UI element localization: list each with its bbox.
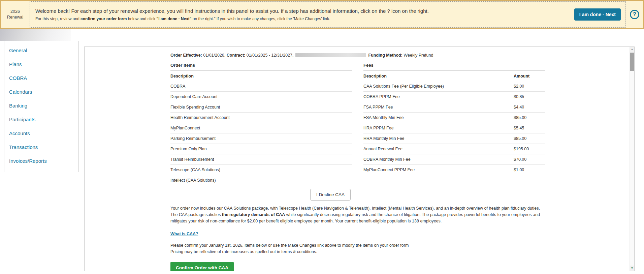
sidebar-item[interactable]: Plans xyxy=(4,57,78,71)
fee-amount: $1.00 xyxy=(514,168,545,173)
table-row: Annual Renewal Fee $195.00 xyxy=(363,144,545,154)
confirm-order-with-caa-button[interactable]: Confirm Order with CAA xyxy=(170,262,234,271)
decline-caa-button[interactable]: I Decline CAA xyxy=(310,189,351,201)
fee-description: CAA Solutions Fee (Per Eligible Employee… xyxy=(363,84,514,89)
table-row: HRA Monthly Min Fee $85.00 xyxy=(363,133,545,144)
table-row: CAA Solutions Fee (Per Eligible Employee… xyxy=(363,81,545,92)
line2-bold-confirm: confirm your order form xyxy=(80,17,127,21)
order-effective-value: 01/01/2026, xyxy=(203,53,225,58)
fee-description: Annual Renewal Fee xyxy=(363,147,514,152)
order-items-header-row: Description xyxy=(170,71,352,81)
fee-amount: $85.00 xyxy=(514,115,545,120)
fees-description-header: Description xyxy=(363,74,514,79)
order-item-description: Health Reimbursement Account xyxy=(170,115,352,120)
fee-amount: $4.40 xyxy=(514,105,545,110)
renewal-year: 2026 xyxy=(10,9,20,14)
table-row: Dependent Care Account xyxy=(170,92,352,102)
order-items-title: Order Items xyxy=(170,63,352,71)
table-row: HRA PPPM Fee $5.45 xyxy=(363,123,545,133)
order-panel: Order Effective: 01/01/2026, Contract: 0… xyxy=(84,47,635,271)
fee-description: FSA PPPM Fee xyxy=(363,105,514,110)
scrollbar-up-icon[interactable]: ▲ xyxy=(630,47,634,52)
fees-title: Fees xyxy=(363,63,545,71)
banner-instruction-line2: For this step, review and confirm your o… xyxy=(35,17,569,21)
line2-bold-next: "I am done - Next" xyxy=(156,17,191,21)
contract-value: 01/01/2025 - 12/31/2027, xyxy=(247,53,294,58)
fee-amount: $5.45 xyxy=(514,126,545,131)
caa-package-paragraph: Your order now includes our CAA Solution… xyxy=(170,205,541,224)
fees-header-row: Description Amount xyxy=(363,71,545,81)
order-item-description: COBRA xyxy=(170,84,352,89)
table-row: FSA PPPM Fee $4.40 xyxy=(363,102,545,113)
order-item-description: Premium Only Plan xyxy=(170,147,352,152)
fee-amount: $0.85 xyxy=(514,94,545,99)
table-row: Parking Reimbursement xyxy=(170,133,352,144)
fee-amount: $85.00 xyxy=(514,136,545,141)
sidebar-header-gradient xyxy=(0,29,71,41)
table-row: Flexible Spending Account xyxy=(170,102,352,113)
confirm-instructions: Please confirm your January 1st, 2026, i… xyxy=(170,242,614,255)
table-row: COBRA xyxy=(170,81,352,92)
fee-description: FSA Monthly Min Fee xyxy=(363,115,514,120)
order-item-description: Intellect (CAA Solutions) xyxy=(170,178,352,183)
sidebar-item[interactable]: Transactions xyxy=(4,140,78,154)
sidebar-item[interactable]: COBRA xyxy=(4,71,78,85)
table-row: Intellect (CAA Solutions) xyxy=(170,175,352,185)
order-columns: Order Items Description COBRA Dependent … xyxy=(170,63,614,185)
scrollbar-down-icon[interactable]: ▼ xyxy=(630,266,634,271)
scrollbar-thumb[interactable] xyxy=(630,53,634,71)
sidebar-item[interactable]: Invoices/Reports xyxy=(4,154,78,168)
sidebar-item[interactable]: Participants xyxy=(4,113,78,126)
contract-label: Contract: xyxy=(227,53,246,58)
line2-text: on the right." If you wish to make any c… xyxy=(192,17,330,21)
fees-amount-header: Amount xyxy=(514,74,545,79)
table-row: Telescope (CAA Solutions) xyxy=(170,165,352,175)
renewal-step-label: 2026 Renewal xyxy=(1,1,30,28)
table-row: COBRA PPPM Fee $0.85 xyxy=(363,92,545,102)
order-item-description: Flexible Spending Account xyxy=(170,105,352,110)
order-items-rows: COBRA Dependent Care Account Flexible Sp… xyxy=(170,81,352,185)
banner-help-area: ? xyxy=(626,1,643,28)
table-row: COBRA Monthly Min Fee $70.00 xyxy=(363,154,545,165)
help-icon[interactable]: ? xyxy=(630,10,639,19)
fee-description: MyPlanConnect PPPM Fee xyxy=(363,168,514,173)
fee-description: COBRA PPPM Fee xyxy=(363,94,514,99)
order-effective-label: Order Effective: xyxy=(170,53,202,58)
confirm-line-2: Pricing may be reflective of rate increa… xyxy=(170,249,614,255)
order-items-table: Order Items Description COBRA Dependent … xyxy=(170,63,352,185)
line2-text: For this step, review and xyxy=(35,17,80,21)
funding-method-label: Funding Method: xyxy=(368,53,402,58)
order-item-description: Dependent Care Account xyxy=(170,94,352,99)
order-header: Order Effective: 01/01/2026, Contract: 0… xyxy=(170,53,614,58)
table-row: FSA Monthly Min Fee $85.00 xyxy=(363,113,545,123)
order-panel-content: Order Effective: 01/01/2026, Contract: 0… xyxy=(85,47,634,271)
what-is-caa-link[interactable]: What is CAA? xyxy=(170,232,198,236)
line2-text: below and click xyxy=(127,17,156,21)
sidebar-item[interactable]: Banking xyxy=(4,99,78,113)
order-item-description: MyPlanConnect xyxy=(170,126,352,131)
fees-table: Fees Description Amount CAA Solutions Fe… xyxy=(363,63,545,185)
sidebar: General Plans COBRA Calendars Banking Pa… xyxy=(4,41,79,172)
fee-amount: $2.00 xyxy=(514,84,545,89)
banner-instructions: Welcome back! For each step of your rene… xyxy=(30,5,574,24)
fee-description: HRA PPPM Fee xyxy=(363,126,514,131)
renewal-banner: 2026 Renewal Welcome back! For each step… xyxy=(0,0,644,29)
table-row: Health Reimbursement Account xyxy=(170,113,352,123)
banner-instruction-box: Welcome back! For each step of your rene… xyxy=(30,1,626,28)
sidebar-item[interactable]: General xyxy=(4,43,78,57)
table-row: MyPlanConnect PPPM Fee $1.00 xyxy=(363,165,545,175)
caa-paragraph-bold: the regulatory demands of CAA xyxy=(222,212,285,217)
fees-rows: CAA Solutions Fee (Per Eligible Employee… xyxy=(363,81,545,175)
redacted-box xyxy=(295,53,366,57)
sidebar-item[interactable]: Calendars xyxy=(4,85,78,99)
banner-instruction-line1: Welcome back! For each step of your rene… xyxy=(35,8,569,14)
i-am-done-next-button[interactable]: I am done - Next xyxy=(574,8,621,21)
panel-scrollbar[interactable]: ▲ ▼ xyxy=(630,47,634,271)
order-item-description: Transit Reimbursement xyxy=(170,157,352,162)
confirm-line-1: Please confirm your January 1st, 2026, i… xyxy=(170,242,614,249)
order-item-description: Parking Reimbursement xyxy=(170,136,352,141)
funding-method-value: Weekly Prefund xyxy=(404,53,433,58)
sidebar-item[interactable]: Accounts xyxy=(4,126,78,140)
table-row: Premium Only Plan xyxy=(170,144,352,154)
fee-description: COBRA Monthly Min Fee xyxy=(363,157,514,162)
